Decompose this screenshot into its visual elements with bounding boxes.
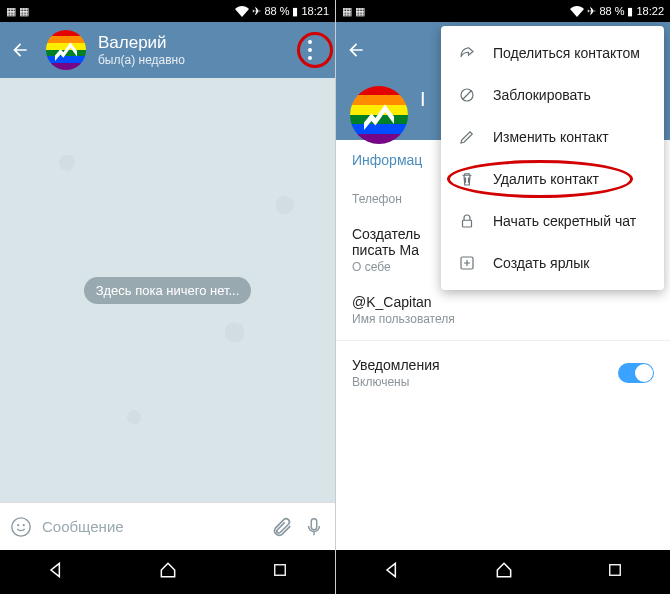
username-text[interactable]: @K_Capitan	[352, 294, 654, 310]
emoji-button[interactable]	[10, 516, 32, 538]
menu-edit-contact[interactable]: Изменить контакт	[441, 116, 664, 158]
avatar[interactable]	[46, 30, 86, 70]
battery-text: 88 %	[599, 5, 624, 17]
nav-home[interactable]	[494, 560, 514, 584]
svg-point-1	[17, 524, 19, 526]
divider	[336, 340, 670, 341]
nav-recent[interactable]	[606, 561, 624, 583]
menu-share-contact[interactable]: Поделиться контактом	[441, 32, 664, 74]
svg-rect-3	[311, 518, 317, 529]
battery-icon: ▮	[292, 5, 298, 18]
svg-point-0	[12, 517, 30, 535]
attach-button[interactable]	[271, 516, 293, 538]
username-label: Имя пользователя	[352, 312, 654, 326]
menu-create-shortcut[interactable]: Создать ярлык	[441, 242, 664, 284]
mic-button[interactable]	[303, 516, 325, 538]
screen-profile: ▦ ▦ ✈ 88 % ▮ 18:22 I Информац Телефон Со…	[335, 0, 670, 594]
nav-back[interactable]	[382, 560, 402, 584]
menu-label: Изменить контакт	[493, 129, 609, 145]
status-bar: ▦ ▦ ✈ 88 % ▮ 18:21	[0, 0, 335, 22]
trash-icon	[457, 170, 477, 188]
avatar[interactable]	[350, 86, 408, 144]
contact-title[interactable]: Валерий был(а) недавно	[98, 33, 293, 67]
message-input-bar: Сообщение	[0, 502, 335, 550]
menu-label: Начать секретный чат	[493, 213, 636, 229]
notifications-toggle[interactable]	[618, 363, 654, 383]
nav-recent[interactable]	[271, 561, 289, 583]
svg-rect-8	[463, 220, 472, 227]
menu-block[interactable]: Заблокировать	[441, 74, 664, 116]
chat-body: Здесь пока ничего нет...	[0, 78, 335, 502]
block-icon	[457, 86, 477, 104]
airplane-icon: ✈	[252, 5, 261, 18]
gallery-icon: ▦	[355, 5, 365, 18]
status-bar: ▦ ▦ ✈ 88 % ▮ 18:22	[336, 0, 670, 22]
back-button[interactable]	[8, 40, 32, 60]
last-seen: был(а) недавно	[98, 53, 293, 67]
gallery-icon: ▦	[6, 5, 16, 18]
clock-text: 18:21	[301, 5, 329, 17]
notifications-row[interactable]: Уведомления Включены	[336, 345, 670, 401]
nav-back[interactable]	[46, 560, 66, 584]
gallery-icon: ▦	[19, 5, 29, 18]
context-menu: Поделиться контактом Заблокировать Измен…	[441, 26, 664, 290]
plus-box-icon	[457, 254, 477, 272]
clock-text: 18:22	[636, 5, 664, 17]
more-button[interactable]	[293, 33, 327, 67]
menu-label: Поделиться контактом	[493, 45, 640, 61]
menu-delete-contact[interactable]: Удалить контакт	[441, 158, 664, 200]
nav-home[interactable]	[158, 560, 178, 584]
android-navbar	[336, 550, 670, 594]
notifications-title: Уведомления	[352, 357, 440, 373]
wifi-icon	[235, 6, 249, 17]
share-icon	[457, 44, 477, 62]
menu-secret-chat[interactable]: Начать секретный чат	[441, 200, 664, 242]
svg-point-2	[23, 524, 25, 526]
empty-chat-text: Здесь пока ничего нет...	[84, 277, 252, 304]
svg-rect-5	[610, 565, 621, 576]
back-button[interactable]	[344, 40, 368, 60]
battery-icon: ▮	[627, 5, 633, 18]
lock-icon	[457, 212, 477, 230]
contact-name-partial: I	[420, 88, 426, 140]
android-navbar	[0, 550, 335, 594]
menu-label: Заблокировать	[493, 87, 591, 103]
notifications-status: Включены	[352, 375, 440, 389]
wifi-icon	[570, 6, 584, 17]
menu-label: Создать ярлык	[493, 255, 589, 271]
airplane-icon: ✈	[587, 5, 596, 18]
svg-line-7	[463, 91, 472, 100]
menu-label: Удалить контакт	[493, 171, 599, 187]
svg-rect-4	[275, 565, 286, 576]
chat-header: Валерий был(а) недавно	[0, 22, 335, 78]
battery-text: 88 %	[264, 5, 289, 17]
screen-chat: ▦ ▦ ✈ 88 % ▮ 18:21 Валерий был(а) недавн…	[0, 0, 335, 594]
gallery-icon: ▦	[342, 5, 352, 18]
pencil-icon	[457, 128, 477, 146]
contact-name: Валерий	[98, 33, 293, 53]
message-input[interactable]: Сообщение	[42, 518, 261, 535]
